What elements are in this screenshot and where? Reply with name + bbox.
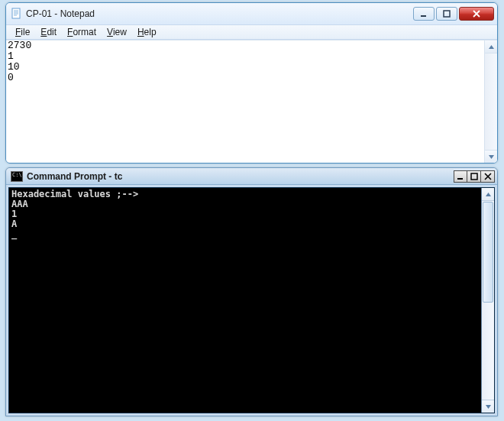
scroll-down-arrow-icon[interactable] [482, 400, 494, 413]
minimize-button[interactable] [454, 170, 467, 183]
menu-edit[interactable]: Edit [36, 26, 61, 38]
svg-rect-1 [421, 15, 426, 17]
maximize-button[interactable] [467, 170, 481, 183]
scroll-up-arrow-icon[interactable] [485, 40, 497, 53]
svg-rect-3 [457, 178, 463, 180]
menu-file[interactable]: File [11, 26, 34, 38]
notepad-window-controls [413, 7, 494, 21]
notepad-textarea[interactable]: 2730 1 10 0 [6, 40, 484, 163]
close-button[interactable] [481, 170, 495, 183]
command-prompt-vertical-scrollbar[interactable] [481, 188, 494, 413]
scroll-up-arrow-icon[interactable] [482, 188, 494, 201]
close-button[interactable] [459, 7, 494, 21]
command-prompt-client: Hexadecimal values ;--> AAA 1 A _ [8, 187, 495, 413]
command-prompt-output[interactable]: Hexadecimal values ;--> AAA 1 A _ [9, 188, 481, 413]
minimize-button[interactable] [413, 7, 435, 21]
notepad-window: CP-01 - Notepad File Edit Format View He… [5, 2, 498, 164]
notepad-menubar: File Edit Format View Help [6, 24, 497, 40]
notepad-vertical-scrollbar[interactable] [484, 40, 497, 163]
scrollbar-thumb[interactable] [483, 202, 493, 303]
svg-rect-4 [471, 173, 477, 180]
menu-format[interactable]: Format [63, 26, 101, 38]
menu-view[interactable]: View [102, 26, 131, 38]
notepad-app-icon [11, 8, 23, 20]
command-prompt-window: Command Prompt - tc Hexadecimal values ;… [5, 167, 498, 416]
notepad-titlebar[interactable]: CP-01 - Notepad [6, 3, 497, 24]
command-prompt-title: Command Prompt - tc [27, 171, 454, 182]
scroll-down-arrow-icon[interactable] [485, 150, 497, 163]
command-prompt-app-icon [11, 171, 23, 182]
command-prompt-titlebar[interactable]: Command Prompt - tc [6, 168, 497, 185]
maximize-button[interactable] [436, 7, 457, 21]
command-prompt-window-controls [454, 170, 495, 183]
svg-rect-2 [444, 11, 450, 17]
menu-help[interactable]: Help [133, 26, 161, 38]
notepad-body: 2730 1 10 0 [6, 40, 497, 163]
notepad-title: CP-01 - Notepad [26, 8, 413, 19]
